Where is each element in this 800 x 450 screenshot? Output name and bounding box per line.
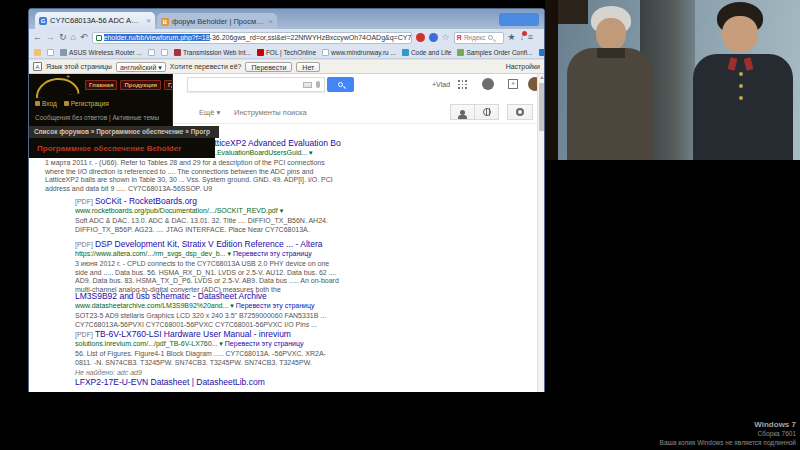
- google-search-button[interactable]: [327, 77, 354, 92]
- extension-star-icon[interactable]: ★: [508, 33, 516, 42]
- bookmark-item[interactable]: [161, 49, 168, 56]
- notifications-icon[interactable]: [482, 78, 494, 90]
- result-title-link[interactable]: LM3S9B92 and usb schematic - Datasheet A…: [75, 291, 341, 301]
- extension-icon[interactable]: [429, 33, 438, 42]
- globe-icon: [483, 108, 491, 116]
- translate-page-link[interactable]: Перевести эту страницу: [233, 250, 312, 257]
- breadcrumb[interactable]: Список форумов » Программное обеспечение…: [34, 128, 219, 135]
- page-icon: [148, 49, 155, 56]
- restore-icon[interactable]: ↶: [80, 33, 88, 42]
- bookmark-folder[interactable]: [34, 49, 41, 56]
- result-title-link[interactable]: LFXP2-17E-U-EVN Datasheet | DatasheetLib…: [75, 377, 341, 387]
- new-tab-button[interactable]: [499, 13, 539, 26]
- apps-grid-icon[interactable]: [458, 80, 467, 89]
- url-selected-text: eholder.ru/bb/viewforum.php?f=18: [104, 34, 210, 41]
- bookmark-item[interactable]: [148, 49, 155, 56]
- scrollbar-thumb[interactable]: [539, 83, 544, 131]
- result-title-link[interactable]: SoCKit - RocketBoards.org: [95, 196, 197, 206]
- transmission-icon: [174, 49, 181, 56]
- forum-nav-products[interactable]: Продукция: [120, 80, 161, 90]
- result-title-link[interactable]: TB-6V-LX760-LSI Hardware User Manual - i…: [95, 329, 291, 339]
- asus-icon: [60, 49, 67, 56]
- forum-nav-home[interactable]: Главная: [85, 80, 117, 90]
- result-snippet: Soft ADC & DAC. 13.0. ADC & DAC. 13.01. …: [75, 217, 341, 234]
- search-result: LM3S9B92 and usb schematic - Datasheet A…: [75, 291, 341, 329]
- code-icon: [402, 49, 409, 56]
- forward-icon[interactable]: →: [46, 33, 55, 42]
- uniform: [693, 54, 793, 160]
- forum-login-row: Вход Регистрация: [35, 100, 109, 107]
- tab-beholder-forum[interactable]: B форум Beholder | Просмотр... ×: [157, 13, 277, 30]
- result-snippet: SOT23-5 AD9 stellaris Graphics LCD 320 x…: [75, 312, 341, 329]
- watermark-genuine: Ваша копия Windows не является подлинной: [660, 439, 796, 448]
- no-button[interactable]: Нет: [296, 62, 320, 72]
- translate-question: Хотите перевести её?: [170, 63, 242, 70]
- close-tab-icon[interactable]: ×: [268, 17, 273, 26]
- bookmark-item[interactable]: FOL | TechOnline: [257, 49, 316, 56]
- yandex-search-box[interactable]: Я Яндекс: [454, 32, 504, 44]
- language-select[interactable]: английский ▾: [116, 62, 166, 72]
- scrollbar[interactable]: [537, 74, 544, 392]
- search-tools-menu[interactable]: Инструменты поиска: [234, 108, 307, 117]
- share-icon[interactable]: +: [508, 79, 518, 89]
- result-title-link[interactable]: DSP Development Kit, Stratix V Edition R…: [95, 239, 323, 249]
- translate-page-link[interactable]: Перевести эту страницу: [236, 302, 315, 309]
- search-icon: [338, 82, 343, 87]
- windows-watermark: Windows 7 Сборка 7601 Ваша копия Windows…: [660, 420, 796, 448]
- bookmark-item[interactable]: https://customer.sign...: [539, 49, 545, 56]
- tab-google-search[interactable]: G CY7C68013A-56 ADC AD9... ×: [35, 12, 155, 29]
- google-plus-profile-link[interactable]: +Vlad: [432, 81, 450, 88]
- translate-page-link[interactable]: Перевести эту страницу: [225, 340, 304, 347]
- bookmark-item[interactable]: Code and Life: [402, 49, 451, 56]
- collar: [597, 48, 625, 58]
- translate-button[interactable]: Перевести: [245, 62, 292, 72]
- bookmark-item[interactable]: www.mindrunway.ru ...: [322, 49, 396, 56]
- not-found-note: Не найдено: adc ad9: [75, 369, 341, 376]
- bookmark-star-icon[interactable]: ☆: [442, 33, 450, 42]
- register-icon: [64, 101, 69, 106]
- pdf-badge: [PDF]: [75, 331, 93, 338]
- back-icon[interactable]: ←: [33, 33, 42, 42]
- address-bar[interactable]: eholder.ru/bb/viewforum.php?f=18 -36.206…: [92, 32, 412, 44]
- download-icon[interactable]: ↓: [520, 33, 524, 42]
- translate-label: Язык этой страницы: [46, 63, 112, 70]
- microphone-icon[interactable]: [316, 81, 320, 88]
- google-favicon: G: [39, 17, 47, 25]
- keyboard-icon[interactable]: [303, 82, 312, 88]
- forum-quick-links[interactable]: Сообщения без ответов | Активные темы: [35, 114, 159, 121]
- close-tab-icon[interactable]: ×: [146, 16, 151, 25]
- adblock-extension-icon[interactable]: [416, 33, 425, 42]
- watermark-os: Windows 7: [660, 420, 796, 431]
- google-search-input[interactable]: [187, 77, 325, 92]
- pdf-badge: [PDF]: [75, 241, 93, 248]
- result-url: solutions.inrevium.com/.../pdf_TB-6V-LX7…: [75, 340, 341, 348]
- bookmark-item[interactable]: ASUS Wireless Router ...: [60, 49, 142, 56]
- login-icon: [35, 101, 40, 106]
- scroll-up-icon[interactable]: [540, 76, 544, 79]
- search-result: [PDF]TB-6V-LX760-LSI Hardware User Manua…: [75, 329, 341, 376]
- infobar-settings[interactable]: Настройки: [506, 63, 540, 70]
- beholder-favicon: B: [161, 18, 169, 26]
- bookmark-item[interactable]: [47, 49, 54, 56]
- menu-icon[interactable]: ≡: [528, 33, 533, 42]
- bookmark-item[interactable]: Samples Order Confi...: [457, 49, 532, 56]
- personal-results-button[interactable]: [450, 104, 475, 120]
- refresh-icon[interactable]: ↻: [59, 33, 67, 42]
- forum-section-heading[interactable]: Программное обеспечение Beholder: [37, 144, 215, 153]
- register-link[interactable]: Регистрация: [64, 100, 109, 107]
- forum-nav: Главная Продукция Где купить: [85, 80, 173, 90]
- forum-nav-where-to-buy[interactable]: Где купить: [164, 80, 173, 90]
- gear-icon: [516, 108, 524, 116]
- bookmark-item[interactable]: Transmission Web Int...: [174, 49, 251, 56]
- settings-button[interactable]: [507, 104, 533, 120]
- watermark-build: Сборка 7601: [660, 430, 796, 439]
- video-frame: [545, 0, 800, 160]
- search-result: [PDF]DSP Development Kit, Stratix V Edit…: [75, 239, 341, 294]
- result-snippet: 3 июня 2012 г. - CPLD connects to the CY…: [75, 260, 341, 294]
- search-icon[interactable]: [488, 35, 493, 40]
- all-results-button[interactable]: [474, 104, 499, 120]
- more-menu[interactable]: Ещё ▾: [199, 108, 220, 117]
- login-link[interactable]: Вход: [35, 100, 57, 107]
- page-icon: [322, 49, 329, 56]
- home-icon[interactable]: ⌂: [71, 33, 76, 42]
